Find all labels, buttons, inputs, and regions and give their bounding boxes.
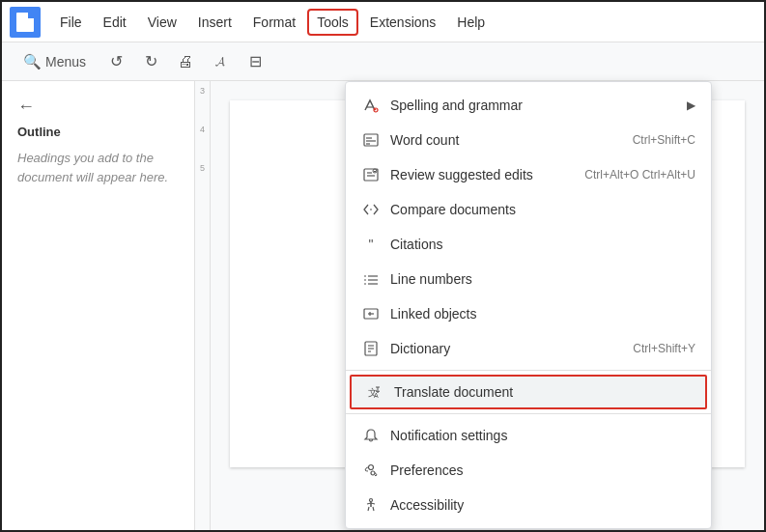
menu-item-citations[interactable]: " Citations xyxy=(346,227,711,262)
menus-label: Menus xyxy=(45,54,86,70)
search-icon: 🔍 xyxy=(23,53,42,70)
word-count-shortcut: Ctrl+Shift+C xyxy=(633,133,695,147)
svg-text:A: A xyxy=(374,392,379,399)
line-numbers-label: Line numbers xyxy=(390,271,695,287)
spell-icon xyxy=(361,96,381,115)
notification-icon xyxy=(361,426,381,445)
menu-tools[interactable]: Tools xyxy=(307,9,358,36)
undo-button[interactable]: ↺ xyxy=(101,47,130,76)
menu-item-preferences[interactable]: Preferences xyxy=(346,453,711,488)
word-count-icon xyxy=(361,130,381,150)
dictionary-icon xyxy=(361,339,381,358)
menu-item-review[interactable]: Review suggested edits Ctrl+Alt+O Ctrl+A… xyxy=(346,157,711,192)
citations-icon: " xyxy=(361,235,381,254)
review-label: Review suggested edits xyxy=(390,167,575,182)
menu-edit[interactable]: Edit xyxy=(94,9,136,36)
accessibility-icon xyxy=(361,495,381,515)
menu-item-word-count[interactable]: Word count Ctrl+Shift+C xyxy=(346,123,711,157)
format-paint-button[interactable]: ⊟ xyxy=(241,47,270,76)
svg-point-21 xyxy=(369,465,374,470)
print-button[interactable]: 🖨 xyxy=(171,47,200,76)
svg-point-23 xyxy=(370,499,373,502)
spelling-arrow: ▶ xyxy=(687,98,695,112)
preferences-label: Preferences xyxy=(390,462,695,478)
menu-divider-2 xyxy=(346,413,711,414)
menu-item-dictionary[interactable]: Dictionary Ctrl+Shift+Y xyxy=(346,331,711,366)
linked-objects-label: Linked objects xyxy=(390,306,695,322)
translate-icon: 文 A xyxy=(365,382,384,402)
menu-item-accessibility[interactable]: Accessibility xyxy=(346,488,711,522)
menu-format[interactable]: Format xyxy=(243,9,305,36)
menu-item-spelling[interactable]: Spelling and grammar ▶ xyxy=(346,88,711,123)
spelling-label: Spelling and grammar xyxy=(390,98,677,113)
menu-item-compare[interactable]: Compare documents xyxy=(346,192,711,227)
app-icon xyxy=(10,7,41,38)
menubar: File Edit View Insert Format Tools Exten… xyxy=(2,2,764,42)
line-numbers-icon xyxy=(361,269,381,289)
spellcheck-button[interactable]: 𝓐 xyxy=(206,47,235,76)
accessibility-label: Accessibility xyxy=(390,497,695,513)
menu-divider xyxy=(346,370,711,371)
menu-item-notification[interactable]: Notification settings xyxy=(346,418,711,453)
notification-label: Notification settings xyxy=(390,428,695,443)
translate-label: Translate document xyxy=(394,384,692,400)
menu-extensions[interactable]: Extensions xyxy=(360,9,445,36)
citations-label: Citations xyxy=(390,237,695,252)
menu-view[interactable]: View xyxy=(138,9,186,36)
content-area: ← Outline Headings you add to the docume… xyxy=(2,81,764,532)
tools-dropdown: Spelling and grammar ▶ Word count Ctrl+S… xyxy=(345,81,712,529)
linked-objects-icon xyxy=(361,304,381,323)
preferences-icon xyxy=(361,461,381,480)
dictionary-label: Dictionary xyxy=(390,341,623,356)
compare-icon xyxy=(361,200,381,219)
review-icon xyxy=(361,165,381,184)
dropdown-overlay: Spelling and grammar ▶ Word count Ctrl+S… xyxy=(2,81,764,532)
menus-button[interactable]: 🔍 Menus xyxy=(14,49,96,74)
menu-item-linked-objects[interactable]: Linked objects xyxy=(346,296,711,331)
svg-point-22 xyxy=(371,471,375,475)
redo-button[interactable]: ↻ xyxy=(136,47,165,76)
menu-help[interactable]: Help xyxy=(447,9,495,36)
review-shortcut: Ctrl+Alt+O Ctrl+Alt+U xyxy=(584,168,695,182)
menu-file[interactable]: File xyxy=(50,9,92,36)
menu-item-line-numbers[interactable]: Line numbers xyxy=(346,262,711,296)
word-count-label: Word count xyxy=(390,132,623,148)
menu-item-translate[interactable]: 文 A Translate document xyxy=(350,375,707,409)
compare-label: Compare documents xyxy=(390,202,695,217)
menu-insert[interactable]: Insert xyxy=(188,9,241,36)
toolbar: 🔍 Menus ↺ ↻ 🖨 𝓐 ⊟ xyxy=(2,42,764,81)
dictionary-shortcut: Ctrl+Shift+Y xyxy=(633,342,695,355)
